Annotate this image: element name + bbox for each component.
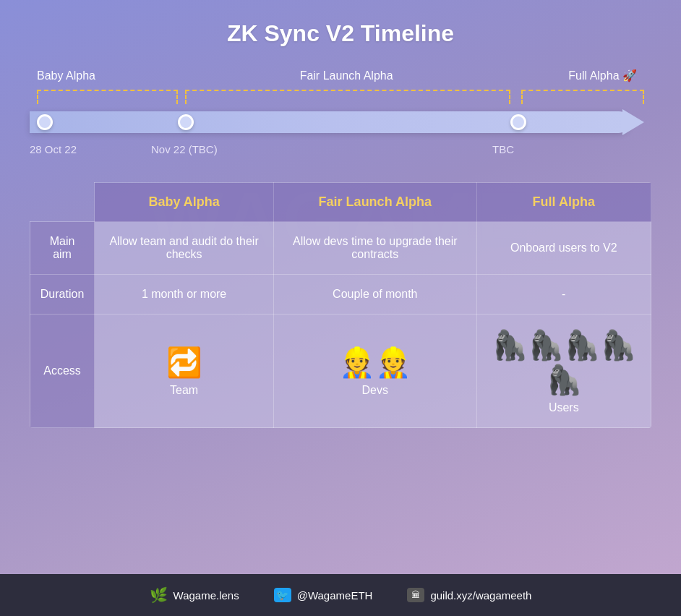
access-label-full: Users [549, 401, 579, 414]
timeline-bar [30, 111, 630, 133]
footer-twitter: 🐦 @WagameETH [274, 588, 373, 602]
cell-main-aim-baby: Allow team and audit do their checks [95, 222, 274, 275]
leaf-icon: 🌿 [150, 586, 168, 604]
table-header-fair-launch: Fair Launch Alpha [274, 183, 477, 222]
table-header-baby-alpha: Baby Alpha [95, 183, 274, 222]
timeline-label-full-alpha: Full Alpha 🚀 [568, 69, 637, 82]
access-icon-fair: 👷👷 [283, 345, 468, 380]
table-row-main-aim: Main aim Allow team and audit do their c… [30, 222, 651, 275]
twitter-icon: 🐦 [274, 588, 291, 602]
timeline-label-baby-alpha: Baby Alpha [37, 69, 95, 82]
bracket-2 [185, 90, 510, 104]
timeline-bar-row [30, 106, 651, 139]
comparison-table: Baby Alpha Fair Launch Alpha Full Alpha … [30, 182, 651, 428]
cell-duration-full: - [476, 275, 651, 315]
page-title: ZK Sync V2 Timeline [227, 20, 454, 47]
bracket-1 [37, 90, 178, 104]
dates-row: 28 Oct 22 Nov 22 (TBC) TBC [30, 143, 651, 161]
timeline-labels: Baby Alpha Fair Launch Alpha Full Alpha … [30, 69, 651, 82]
table: Baby Alpha Fair Launch Alpha Full Alpha … [30, 182, 651, 428]
dot-fair-launch [178, 114, 194, 130]
table-header-row: Baby Alpha Fair Launch Alpha Full Alpha [30, 183, 651, 222]
cell-access-baby: 🔁 Team [95, 315, 274, 428]
timeline-label-fair-launch: Fair Launch Alpha [300, 69, 393, 82]
cell-duration-fair: Couple of month [274, 275, 477, 315]
dashed-brackets [30, 84, 651, 104]
footer-guild-text: guild.xyz/wagameeth [430, 589, 531, 602]
footer-twitter-text: @WagameETH [297, 589, 373, 602]
access-icon-baby: 🔁 [103, 345, 265, 380]
cell-duration-baby: 1 month or more [95, 275, 274, 315]
bracket-3 [521, 90, 644, 104]
row-header-duration: Duration [30, 275, 95, 315]
footer-wagame-lens: 🌿 Wagame.lens [150, 586, 239, 604]
table-header-full-alpha: Full Alpha [476, 183, 651, 222]
footer-wagame-lens-text: Wagame.lens [174, 589, 239, 602]
access-label-fair: Devs [362, 384, 388, 396]
table-header-empty [30, 183, 95, 222]
cell-access-fair: 👷👷 Devs [274, 315, 477, 428]
date-label-3: TBC [492, 143, 514, 155]
guild-icon: 🏛 [407, 588, 424, 602]
cell-main-aim-full: Onboard users to V2 [476, 222, 651, 275]
row-header-main-aim: Main aim [30, 222, 95, 275]
access-label-baby: Team [170, 384, 198, 396]
access-icon-full: 🦍🦍🦍🦍🦍 [486, 328, 642, 397]
table-row-access: Access 🔁 Team 👷👷 Devs 🦍🦍🦍🦍🦍 Users [30, 315, 651, 428]
dot-full-alpha [510, 114, 526, 130]
timeline-arrow [622, 109, 644, 135]
footer: 🌿 Wagame.lens 🐦 @WagameETH 🏛 guild.xyz/w… [0, 574, 681, 616]
date-label-2: Nov 22 (TBC) [151, 143, 218, 155]
date-label-1: 28 Oct 22 [30, 143, 77, 155]
cell-access-full: 🦍🦍🦍🦍🦍 Users [476, 315, 651, 428]
table-row-duration: Duration 1 month or more Couple of month… [30, 275, 651, 315]
cell-main-aim-fair: Allow devs time to upgrade their contrac… [274, 222, 477, 275]
dot-baby-alpha [37, 114, 53, 130]
footer-guild: 🏛 guild.xyz/wagameeth [407, 588, 531, 602]
row-header-access: Access [30, 315, 95, 428]
timeline-section: Baby Alpha Fair Launch Alpha Full Alpha … [30, 69, 651, 161]
